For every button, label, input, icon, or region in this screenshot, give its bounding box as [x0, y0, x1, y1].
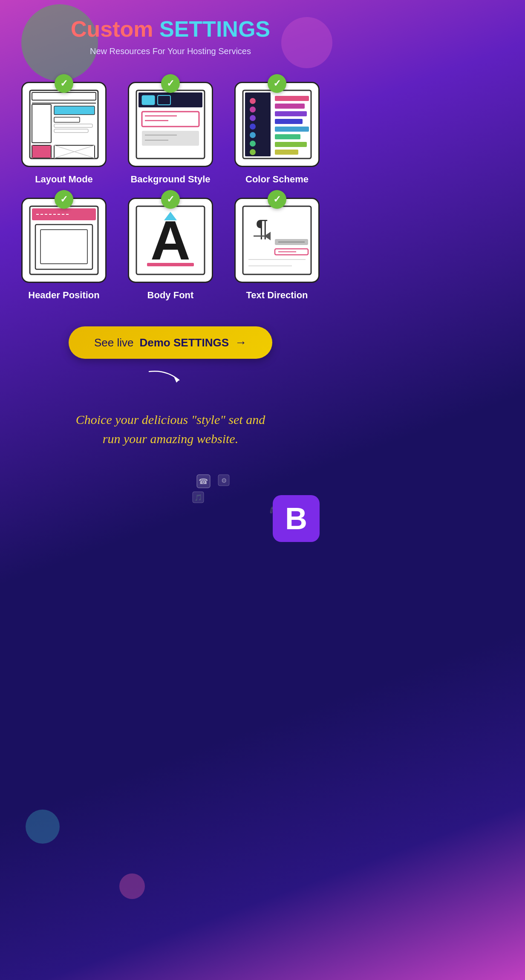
svg-rect-36 — [275, 119, 303, 124]
color-scheme-icon — [241, 88, 313, 161]
feature-color-scheme: Color Scheme — [230, 82, 324, 185]
icon-card-layout — [21, 82, 107, 167]
icon-card-header — [21, 198, 107, 283]
svg-rect-4 — [54, 106, 95, 115]
svg-rect-16 — [142, 95, 155, 105]
svg-rect-25 — [245, 92, 271, 156]
check-badge-background — [161, 74, 180, 93]
brand-badge: B — [273, 495, 320, 542]
cta-text-bold: Demo SETTINGS — [140, 336, 229, 349]
feature-background-style: Background Style — [124, 82, 217, 185]
curved-arrow-icon — [145, 367, 196, 389]
deco-icon-3: 🎵 — [192, 491, 205, 504]
page-title: Custom SETTINGS — [71, 17, 270, 41]
title-settings-text: SETTINGS — [159, 17, 270, 41]
check-badge-direction — [268, 190, 286, 209]
svg-point-30 — [250, 132, 256, 138]
title-custom-text: Custom — [71, 17, 159, 41]
svg-text:⚙: ⚙ — [221, 477, 227, 484]
background-style-icon — [134, 88, 207, 161]
svg-point-26 — [250, 98, 256, 104]
icon-card-wrapper-color — [234, 82, 320, 167]
icon-card-color — [234, 82, 320, 167]
deco-icon-2: ⚙ — [217, 474, 230, 487]
tagline-line1: Choice your delicious "style" set and — [76, 412, 265, 427]
header-position-icon — [28, 204, 100, 277]
feature-label-color: Color Scheme — [245, 174, 309, 185]
icon-card-wrapper-font: A — [128, 198, 213, 283]
svg-rect-38 — [275, 134, 300, 139]
icon-card-wrapper-header — [21, 198, 107, 283]
feature-label-direction: Text Direction — [246, 290, 308, 301]
body-font-icon: A — [134, 204, 207, 277]
svg-point-28 — [250, 115, 256, 121]
check-badge-header — [55, 190, 73, 209]
icon-card-wrapper-layout — [21, 82, 107, 167]
feature-label-layout: Layout Mode — [35, 174, 93, 185]
brand-letter: B — [285, 501, 307, 536]
svg-point-27 — [250, 107, 256, 112]
svg-text:🎵: 🎵 — [194, 494, 202, 502]
check-badge-color — [268, 74, 286, 93]
feature-text-direction: ¶ Text Dire — [230, 198, 324, 301]
svg-rect-33 — [275, 96, 309, 101]
svg-point-32 — [250, 149, 256, 155]
feature-label-header: Header Position — [28, 290, 99, 301]
check-badge-layout — [55, 74, 73, 93]
bottom-brand-section: ☎ ⚙ 🎵 🎮 B — [9, 474, 332, 542]
cta-button[interactable]: See live Demo SETTINGS → — [69, 326, 272, 359]
svg-point-31 — [250, 141, 256, 147]
cta-arrow-icon: → — [235, 336, 247, 349]
svg-rect-35 — [275, 111, 307, 116]
cta-text-normal: See live — [94, 336, 134, 349]
features-grid: Layout Mode — [17, 82, 324, 301]
svg-rect-39 — [275, 142, 307, 147]
check-badge-font — [161, 190, 180, 209]
icon-card-font: A — [128, 198, 213, 283]
svg-rect-21 — [142, 131, 199, 146]
svg-rect-37 — [275, 127, 309, 132]
arrow-decoration — [145, 367, 196, 389]
decorative-blob-mid — [26, 810, 60, 844]
icon-card-wrapper-direction: ¶ — [234, 198, 320, 283]
icon-card-wrapper-background — [128, 82, 213, 167]
icon-card-background — [128, 82, 213, 167]
feature-body-font: A Body Font — [124, 198, 217, 301]
svg-text:☎: ☎ — [199, 477, 208, 486]
page-subtitle: New Resources For Your Hosting Services — [90, 46, 251, 56]
tagline-line2: run your amazing website. — [103, 432, 238, 446]
svg-rect-34 — [275, 104, 305, 109]
decorative-blob-mid2 — [119, 873, 145, 899]
feature-label-background: Background Style — [130, 174, 210, 185]
icon-card-direction: ¶ — [234, 198, 320, 283]
feature-label-font: Body Font — [147, 290, 194, 301]
svg-rect-40 — [275, 150, 298, 155]
layout-mode-icon — [28, 88, 100, 161]
brand-area: ☎ ⚙ 🎵 🎮 B — [192, 474, 320, 542]
tagline: Choice your delicious "style" set and ru… — [76, 410, 265, 448]
feature-header-position: Header Position — [17, 198, 111, 301]
deco-icon-1: ☎ — [196, 474, 211, 489]
cta-section: See live Demo SETTINGS → — [69, 326, 272, 389]
text-direction-icon: ¶ — [241, 204, 313, 277]
svg-point-29 — [250, 124, 256, 130]
svg-rect-49 — [147, 263, 194, 266]
feature-layout-mode: Layout Mode — [17, 82, 111, 185]
